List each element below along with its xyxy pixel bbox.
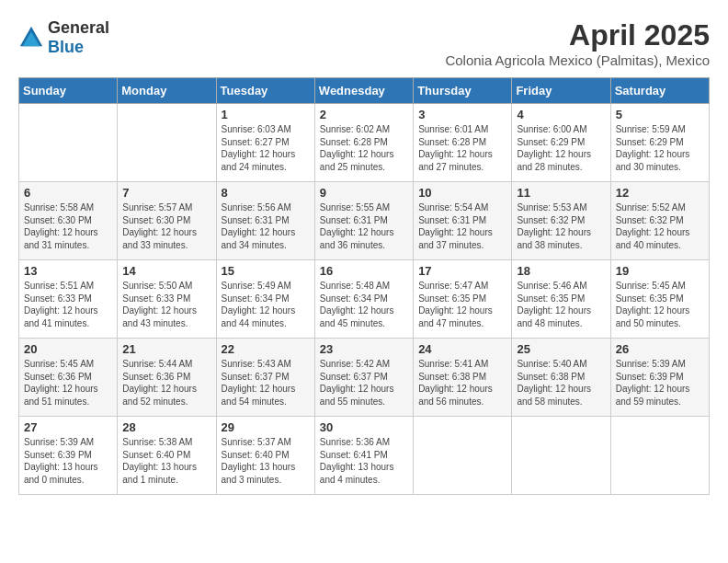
calendar-cell: 7Sunrise: 5:57 AM Sunset: 6:30 PM Daylig…	[118, 182, 216, 260]
day-number: 1	[222, 108, 310, 121]
day-number: 6	[24, 186, 112, 200]
day-info: Sunrise: 5:42 AM Sunset: 6:37 PM Dayligh…	[320, 358, 408, 408]
day-info: Sunrise: 5:54 AM Sunset: 6:31 PM Dayligh…	[418, 201, 506, 251]
calendar-week-row: 13Sunrise: 5:51 AM Sunset: 6:33 PM Dayli…	[19, 260, 710, 339]
day-info: Sunrise: 6:00 AM Sunset: 6:29 PM Dayligh…	[517, 123, 605, 173]
calendar-cell: 28Sunrise: 5:38 AM Sunset: 6:40 PM Dayli…	[118, 417, 216, 495]
day-number: 15	[222, 264, 310, 278]
calendar-cell	[414, 417, 512, 495]
day-number: 22	[222, 342, 310, 356]
day-number: 30	[320, 420, 408, 434]
logo: General Blue	[18, 18, 109, 57]
calendar-cell: 20Sunrise: 5:45 AM Sunset: 6:36 PM Dayli…	[19, 339, 118, 417]
day-info: Sunrise: 5:50 AM Sunset: 6:33 PM Dayligh…	[122, 280, 210, 329]
calendar-cell: 25Sunrise: 5:40 AM Sunset: 6:38 PM Dayli…	[512, 339, 610, 417]
day-info: Sunrise: 5:36 AM Sunset: 6:41 PM Dayligh…	[320, 436, 408, 486]
calendar-cell: 26Sunrise: 5:39 AM Sunset: 6:39 PM Dayli…	[610, 339, 709, 417]
generalblue-logo-icon	[18, 25, 44, 51]
day-info: Sunrise: 5:44 AM Sunset: 6:36 PM Dayligh…	[122, 358, 210, 408]
header-friday: Friday	[512, 78, 610, 104]
day-number: 24	[418, 342, 506, 356]
day-info: Sunrise: 5:40 AM Sunset: 6:38 PM Dayligh…	[517, 358, 605, 408]
day-number: 5	[616, 108, 704, 121]
calendar-cell: 12Sunrise: 5:52 AM Sunset: 6:32 PM Dayli…	[610, 182, 709, 260]
calendar-cell: 3Sunrise: 6:01 AM Sunset: 6:28 PM Daylig…	[414, 104, 512, 182]
calendar-cell: 29Sunrise: 5:37 AM Sunset: 6:40 PM Dayli…	[216, 417, 314, 495]
calendar-header: Sunday Monday Tuesday Wednesday Thursday…	[19, 78, 710, 104]
calendar-cell: 18Sunrise: 5:46 AM Sunset: 6:35 PM Dayli…	[512, 260, 610, 339]
calendar-cell	[118, 104, 216, 182]
calendar-cell: 23Sunrise: 5:42 AM Sunset: 6:37 PM Dayli…	[314, 339, 413, 417]
calendar-cell: 9Sunrise: 5:55 AM Sunset: 6:31 PM Daylig…	[314, 182, 413, 260]
calendar-cell: 14Sunrise: 5:50 AM Sunset: 6:33 PM Dayli…	[118, 260, 216, 339]
calendar-cell	[512, 417, 610, 495]
location-title: Colonia Agricola Mexico (Palmitas), Mexi…	[445, 52, 710, 68]
day-number: 10	[418, 186, 506, 200]
header-monday: Monday	[118, 78, 216, 104]
day-info: Sunrise: 5:37 AM Sunset: 6:40 PM Dayligh…	[222, 436, 310, 486]
day-info: Sunrise: 5:52 AM Sunset: 6:32 PM Dayligh…	[616, 201, 704, 251]
title-block: April 2025 Colonia Agricola Mexico (Palm…	[445, 18, 710, 68]
day-number: 27	[24, 420, 112, 434]
page-header: General Blue April 2025 Colonia Agricola…	[18, 18, 710, 68]
day-number: 16	[320, 264, 408, 278]
calendar-week-row: 6Sunrise: 5:58 AM Sunset: 6:30 PM Daylig…	[19, 182, 710, 260]
day-info: Sunrise: 6:03 AM Sunset: 6:27 PM Dayligh…	[222, 123, 310, 173]
calendar-cell: 6Sunrise: 5:58 AM Sunset: 6:30 PM Daylig…	[19, 182, 118, 260]
calendar-cell: 22Sunrise: 5:43 AM Sunset: 6:37 PM Dayli…	[216, 339, 314, 417]
calendar-cell: 10Sunrise: 5:54 AM Sunset: 6:31 PM Dayli…	[414, 182, 512, 260]
day-number: 12	[616, 186, 704, 200]
logo-blue: Blue	[48, 38, 84, 56]
day-info: Sunrise: 5:58 AM Sunset: 6:30 PM Dayligh…	[24, 201, 112, 251]
day-number: 23	[320, 342, 408, 356]
calendar-cell: 16Sunrise: 5:48 AM Sunset: 6:34 PM Dayli…	[314, 260, 413, 339]
day-number: 9	[320, 186, 408, 200]
day-info: Sunrise: 5:51 AM Sunset: 6:33 PM Dayligh…	[24, 280, 112, 329]
day-info: Sunrise: 5:41 AM Sunset: 6:38 PM Dayligh…	[418, 358, 506, 408]
calendar-cell	[610, 417, 709, 495]
day-info: Sunrise: 5:39 AM Sunset: 6:39 PM Dayligh…	[24, 436, 112, 486]
calendar-cell: 19Sunrise: 5:45 AM Sunset: 6:35 PM Dayli…	[610, 260, 709, 339]
logo-text: General Blue	[48, 18, 109, 57]
header-tuesday: Tuesday	[216, 78, 314, 104]
day-number: 2	[320, 108, 408, 121]
day-info: Sunrise: 5:56 AM Sunset: 6:31 PM Dayligh…	[222, 201, 310, 251]
month-title: April 2025	[445, 18, 710, 52]
day-info: Sunrise: 5:38 AM Sunset: 6:40 PM Dayligh…	[122, 436, 210, 486]
header-sunday: Sunday	[19, 78, 118, 104]
day-number: 28	[122, 420, 210, 434]
header-saturday: Saturday	[610, 78, 709, 104]
calendar-cell: 21Sunrise: 5:44 AM Sunset: 6:36 PM Dayli…	[118, 339, 216, 417]
day-number: 13	[24, 264, 112, 278]
calendar-cell	[19, 104, 118, 182]
day-number: 7	[122, 186, 210, 200]
day-number: 26	[616, 342, 704, 356]
calendar-cell: 30Sunrise: 5:36 AM Sunset: 6:41 PM Dayli…	[314, 417, 413, 495]
calendar-cell: 11Sunrise: 5:53 AM Sunset: 6:32 PM Dayli…	[512, 182, 610, 260]
day-number: 3	[418, 108, 506, 121]
calendar-cell: 8Sunrise: 5:56 AM Sunset: 6:31 PM Daylig…	[216, 182, 314, 260]
day-info: Sunrise: 5:45 AM Sunset: 6:36 PM Dayligh…	[24, 358, 112, 408]
header-wednesday: Wednesday	[314, 78, 413, 104]
day-info: Sunrise: 5:49 AM Sunset: 6:34 PM Dayligh…	[222, 280, 310, 329]
calendar-cell: 17Sunrise: 5:47 AM Sunset: 6:35 PM Dayli…	[414, 260, 512, 339]
day-number: 19	[616, 264, 704, 278]
calendar-cell: 13Sunrise: 5:51 AM Sunset: 6:33 PM Dayli…	[19, 260, 118, 339]
day-number: 8	[222, 186, 310, 200]
logo-general: General	[48, 18, 109, 37]
weekday-header-row: Sunday Monday Tuesday Wednesday Thursday…	[19, 78, 710, 104]
calendar-cell: 5Sunrise: 5:59 AM Sunset: 6:29 PM Daylig…	[610, 104, 709, 182]
calendar-week-row: 1Sunrise: 6:03 AM Sunset: 6:27 PM Daylig…	[19, 104, 710, 182]
day-info: Sunrise: 5:48 AM Sunset: 6:34 PM Dayligh…	[320, 280, 408, 329]
day-info: Sunrise: 5:47 AM Sunset: 6:35 PM Dayligh…	[418, 280, 506, 329]
day-number: 20	[24, 342, 112, 356]
day-number: 4	[517, 108, 605, 121]
day-number: 11	[517, 186, 605, 200]
calendar-cell: 2Sunrise: 6:02 AM Sunset: 6:28 PM Daylig…	[314, 104, 413, 182]
day-info: Sunrise: 5:59 AM Sunset: 6:29 PM Dayligh…	[616, 123, 704, 173]
day-info: Sunrise: 5:53 AM Sunset: 6:32 PM Dayligh…	[517, 201, 605, 251]
calendar-body: 1Sunrise: 6:03 AM Sunset: 6:27 PM Daylig…	[19, 104, 710, 495]
day-info: Sunrise: 6:01 AM Sunset: 6:28 PM Dayligh…	[418, 123, 506, 173]
day-number: 17	[418, 264, 506, 278]
day-number: 14	[122, 264, 210, 278]
